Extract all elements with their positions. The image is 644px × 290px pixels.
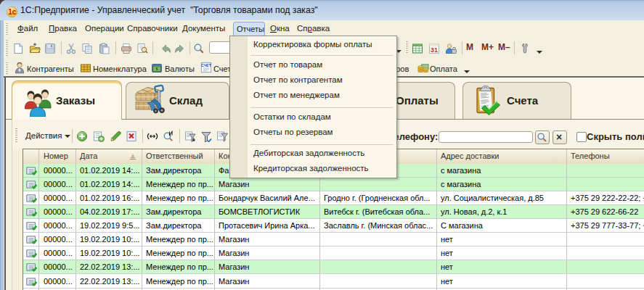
svg-text:1с: 1с [8, 8, 17, 16]
